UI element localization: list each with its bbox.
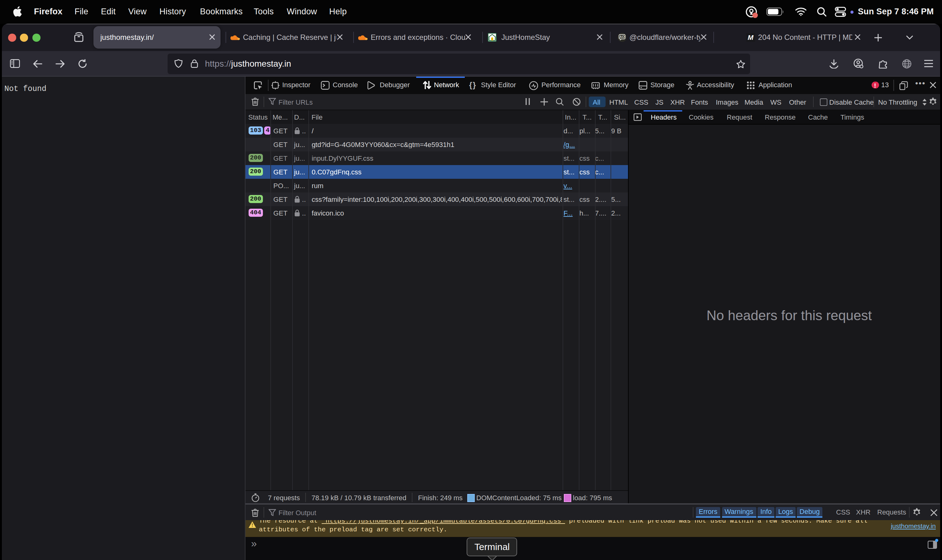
svg-text:AO: AO bbox=[620, 35, 625, 38]
